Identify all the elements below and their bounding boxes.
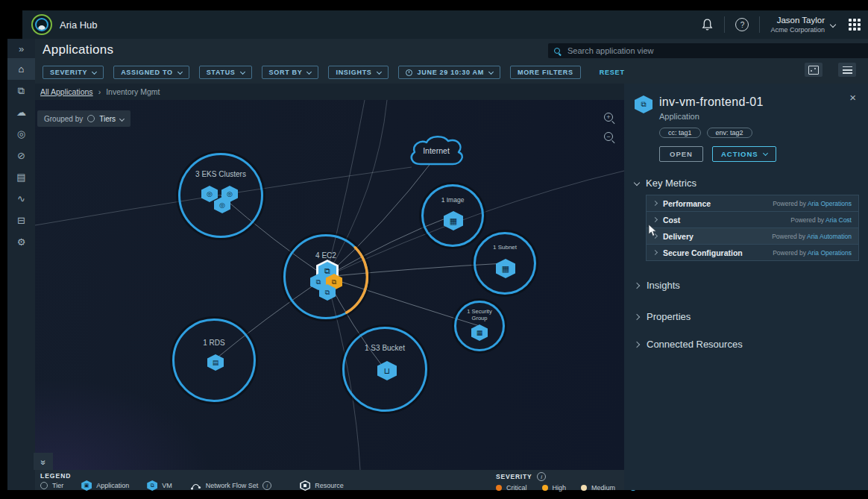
close-icon[interactable]: × xyxy=(849,91,856,104)
breadcrumb-separator: › xyxy=(98,87,101,96)
node-label: 1 SecurityGroup xyxy=(456,308,503,321)
key-metrics-list: Performance Powered by Aria Operations C… xyxy=(646,195,859,261)
info-icon[interactable]: i xyxy=(262,481,271,490)
breadcrumb-all-applications[interactable]: All Applications xyxy=(40,87,93,96)
metric-row-performance[interactable]: Performance Powered by Aria Operations xyxy=(647,195,858,211)
double-chevron-down-icon: » xyxy=(38,459,48,463)
tier-icon xyxy=(87,115,95,122)
subnet-hexagon[interactable]: ▦ xyxy=(496,259,515,278)
mouse-cursor xyxy=(648,224,657,237)
node-label: 4 EC2 xyxy=(286,251,366,260)
breadcrumb-current: Inventory Mgmt xyxy=(106,87,160,96)
key-metrics-header[interactable]: Key Metrics xyxy=(635,178,859,189)
node-ec2[interactable]: 4 EC2 ⧉ ⧉ ⧉ ⧉ xyxy=(283,234,368,319)
info-icon[interactable]: i xyxy=(537,472,546,481)
filter-label: ASSIGNED TO xyxy=(121,69,173,76)
metric-row-secure-configuration[interactable]: Secure Configuration Powered by Aria Ope… xyxy=(647,244,858,260)
actions-label: ACTIONS xyxy=(721,150,758,158)
search-input[interactable] xyxy=(566,45,868,56)
node-subnet[interactable]: 1 Subnet ▦ xyxy=(474,232,536,295)
filter-severity[interactable]: SEVERITY xyxy=(43,66,104,79)
provider-link[interactable]: Aria Operations xyxy=(808,249,852,257)
legend-item-application: ▣ Application xyxy=(81,480,129,491)
chevron-right-icon xyxy=(634,282,640,288)
metric-row-cost[interactable]: Cost Powered by Aria Cost xyxy=(647,211,858,227)
filter-bar: SEVERITY ASSIGNED TO STATUS SORT BY INSI… xyxy=(43,66,625,79)
graph-view-icon xyxy=(808,66,819,75)
chevron-right-icon xyxy=(652,201,658,206)
filter-assigned-to[interactable]: ASSIGNED TO xyxy=(113,66,189,79)
provider-link[interactable]: Aria Operations xyxy=(808,200,852,207)
sidebar-item-network[interactable]: ⊘ xyxy=(7,145,35,166)
reset-filters-button[interactable]: RESET xyxy=(600,69,625,76)
security-group-hexagon[interactable]: ▦ xyxy=(471,324,488,341)
chevron-down-icon[interactable] xyxy=(830,22,836,28)
zoom-out-button[interactable]: − xyxy=(603,131,615,143)
more-filters-button[interactable]: MORE FILTERS xyxy=(510,66,581,79)
filter-label: SORT BY xyxy=(269,69,303,76)
legend-title: LEGEND xyxy=(40,472,71,480)
graph-view-toggle[interactable] xyxy=(805,63,823,77)
chevron-right-icon xyxy=(652,217,658,222)
user-menu[interactable]: Jason Taylor Acme Corporation xyxy=(770,15,825,34)
section-properties[interactable]: Properties xyxy=(635,311,859,322)
node-internet[interactable]: Internet xyxy=(405,133,468,170)
node-security-group[interactable]: 1 SecurityGroup ▦ xyxy=(454,301,505,351)
provider-link[interactable]: Aria Cost xyxy=(825,216,852,224)
page-title: Applications xyxy=(43,43,113,57)
metric-row-delivery[interactable]: Delivery Powered by Aria Automation xyxy=(647,227,858,244)
collapse-legend-button[interactable]: » xyxy=(34,453,53,470)
rds-hexagon[interactable]: ▤ xyxy=(207,354,224,371)
sidebar-item-cloud[interactable]: ☁ xyxy=(7,101,35,123)
help-icon[interactable]: ? xyxy=(735,18,749,31)
app-launcher-icon[interactable] xyxy=(849,19,861,31)
expand-icon: » xyxy=(19,43,24,54)
open-button[interactable]: OPEN xyxy=(659,146,703,162)
grouped-by-control[interactable]: Grouped by Tiers xyxy=(37,110,130,127)
section-insights[interactable]: Insights xyxy=(635,280,859,291)
filter-insights[interactable]: INSIGHTS xyxy=(328,66,388,79)
section-connected-resources[interactable]: Connected Resources xyxy=(635,339,859,350)
filter-status[interactable]: STATUS xyxy=(199,66,252,79)
notifications-bell-icon[interactable] xyxy=(701,18,714,31)
tag-pill: cc: tag1 xyxy=(659,128,701,138)
provider-link[interactable]: Aria Automation xyxy=(807,233,852,240)
severity-medium: Medium xyxy=(581,484,615,492)
node-s3-bucket[interactable]: 1 S3 Bucket ⊔ xyxy=(342,327,427,412)
content-header: Applications SEVERITY ASSIGNED TO STATUS… xyxy=(35,39,868,84)
image-hexagon[interactable]: ▦ xyxy=(444,211,463,230)
s3-hexagon[interactable]: ⊔ xyxy=(377,361,397,380)
sidebar-item-cost[interactable]: ▤ xyxy=(7,166,35,188)
chevron-down-icon xyxy=(377,69,382,74)
chevron-down-icon xyxy=(177,69,183,74)
eks-cluster-hexagon[interactable]: ◎ xyxy=(201,186,218,202)
sidebar-item-delivery[interactable]: ⊟ xyxy=(7,210,35,231)
grouped-by-value: Tiers xyxy=(99,115,116,123)
filter-sort-by[interactable]: SORT BY xyxy=(262,66,319,79)
truck-icon: ⊟ xyxy=(17,215,25,226)
node-rds[interactable]: 1 RDS ▤ xyxy=(172,318,256,402)
sidebar-item-settings[interactable]: ⚙ xyxy=(7,231,35,253)
sidebar-item-map[interactable]: ⧉ xyxy=(7,80,35,101)
sidebar-item-metrics[interactable]: ∿ xyxy=(7,188,35,210)
topology-canvas[interactable]: Grouped by Tiers + − Internet 3 EKS Clus… xyxy=(35,100,624,470)
user-name: Jason Taylor xyxy=(770,15,825,25)
node-label: Internet xyxy=(405,146,468,155)
vm-hexagon-icon: ⧉ xyxy=(147,480,157,491)
chart-icon: ∿ xyxy=(17,193,25,204)
legend-item-vm: ⧉ VM xyxy=(147,480,172,491)
sidebar-expand-button[interactable]: » xyxy=(7,39,35,58)
actions-button[interactable]: ACTIONS xyxy=(712,146,776,162)
resource-hexagon-icon xyxy=(300,480,310,491)
high-dot xyxy=(542,485,548,491)
application-hexagon-icon: ⧉ xyxy=(635,95,652,113)
search-bar[interactable] xyxy=(548,43,868,58)
filter-date[interactable]: JUNE 29 10:30 AM xyxy=(398,66,500,79)
zoom-in-button[interactable]: + xyxy=(603,112,615,124)
list-view-toggle[interactable] xyxy=(838,63,856,77)
filter-label: MORE FILTERS xyxy=(518,69,573,76)
node-image[interactable]: 1 Image ▦ xyxy=(421,184,484,247)
sidebar-item-operations[interactable]: ◎ xyxy=(7,123,35,145)
sidebar-item-home[interactable]: ⌂ xyxy=(7,58,35,80)
node-eks-clusters[interactable]: 3 EKS Clusters ◎ ◎ ◎ xyxy=(178,153,263,238)
